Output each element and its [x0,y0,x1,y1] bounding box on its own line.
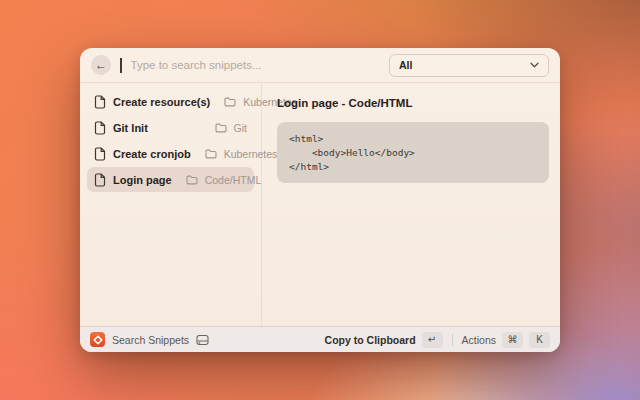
snippet-title: Create resource(s) [113,96,210,108]
snippets-window: ← All Create resource(s) [80,48,560,352]
detail-title: Login page - Code/HTML [277,97,549,109]
folder-icon [215,123,227,133]
list-item-create-cronjob[interactable]: Create cronjob Kubernetes [87,141,254,166]
filter-dropdown[interactable]: All [389,54,549,77]
list-item-create-resources[interactable]: Create resource(s) Kubernetes [87,89,254,114]
text-caret [120,58,122,73]
back-button[interactable]: ← [91,55,111,75]
copy-to-clipboard-label: Copy to Clipboard [325,334,416,346]
snippet-category: Git [234,122,247,134]
filter-dropdown-value: All [399,59,412,71]
actions-menu-button[interactable]: Actions ⌘ K [462,332,550,348]
folder-icon [186,175,198,185]
actions-label: Actions [462,334,496,346]
search-input[interactable] [131,59,381,71]
chevron-down-icon [530,62,539,68]
search-bar: ← All [80,48,560,83]
folder-icon [224,97,236,107]
snippet-code-block: <html> <body>Hello</body> </html> [277,122,549,183]
snippet-category: Code/HTML [205,174,262,186]
snippet-list: Create resource(s) Kubernetes Git Init [80,83,262,326]
return-key-icon: ↵ [422,332,443,348]
snippet-title: Create cronjob [113,148,191,160]
detail-panel: Login page - Code/HTML <html> <body>Hell… [262,83,560,326]
copy-to-clipboard-action[interactable]: Copy to Clipboard ↵ [325,332,443,348]
k-key-icon: K [529,332,550,348]
list-item-git-init[interactable]: Git Init Git [87,115,254,140]
raycast-app-icon [90,332,105,347]
file-icon [94,121,106,135]
desktop-background: ← All Create resource(s) [0,0,640,400]
footer-app-name: Search Snippets [112,334,189,346]
file-icon [94,147,106,161]
snippet-title: Git Init [113,122,148,134]
command-key-icon: ⌘ [502,332,523,348]
back-arrow-icon: ← [95,59,107,71]
folder-icon [205,149,217,159]
content-area: Create resource(s) Kubernetes Git Init [80,83,560,326]
file-icon [94,95,106,109]
footer-divider [452,334,453,346]
snippet-title: Login page [113,174,172,186]
footer-bar: Search Snippets Copy to Clipboard ↵ Acti… [80,326,560,352]
file-icon [94,173,106,187]
drive-icon [196,334,209,346]
list-item-login-page[interactable]: Login page Code/HTML [87,167,254,192]
